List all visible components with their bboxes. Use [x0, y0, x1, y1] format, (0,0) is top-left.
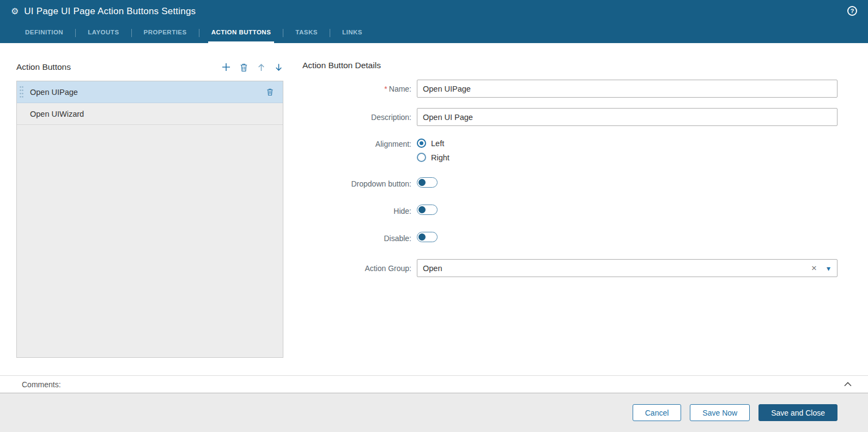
- hide-toggle[interactable]: [417, 205, 438, 215]
- tab-separator: [131, 29, 132, 37]
- save-now-button[interactable]: Save Now: [690, 404, 750, 421]
- alignment-right-label: Right: [431, 153, 450, 162]
- dropdown-button-label: Dropdown button:: [302, 178, 411, 189]
- action-group-row: Action Group: Open × ▾: [302, 259, 837, 277]
- tab-bar: DEFINITION LAYOUTS PROPERTIES ACTION BUT…: [0, 23, 868, 43]
- name-label-text: Name:: [389, 85, 411, 93]
- save-and-close-button[interactable]: Save and Close: [758, 404, 837, 421]
- action-group-select[interactable]: Open × ▾: [417, 259, 837, 277]
- action-buttons-list: Open UIPage Open UIWizard: [16, 81, 283, 358]
- description-row: Description:: [302, 108, 837, 126]
- action-buttons-panel: Action Buttons: [16, 61, 283, 375]
- page-title: UI Page UI Page Action Buttons Settings: [24, 6, 196, 17]
- action-buttons-panel-header: Action Buttons: [16, 61, 283, 74]
- alignment-left-label: Left: [431, 139, 444, 148]
- help-icon[interactable]: ?: [847, 6, 857, 16]
- dropdown-button-row: Dropdown button:: [302, 177, 837, 190]
- alignment-right-radio[interactable]: Right: [417, 153, 837, 162]
- alignment-row: Alignment: Left Right: [302, 139, 837, 162]
- disable-label: Disable:: [302, 233, 411, 244]
- radio-selected-icon: [417, 139, 426, 148]
- name-label: *Name:: [302, 83, 411, 94]
- chevron-up-icon[interactable]: [844, 382, 852, 387]
- action-button-details-panel: Action Button Details *Name: Description…: [302, 61, 837, 375]
- radio-unselected-icon: [417, 153, 426, 162]
- alignment-control: Left Right: [417, 139, 837, 162]
- tab-definition[interactable]: DEFINITION: [22, 23, 66, 43]
- tab-links[interactable]: LINKS: [339, 23, 366, 43]
- list-toolbar: [221, 62, 283, 72]
- dropdown-button-control: [417, 177, 837, 190]
- tab-separator: [199, 29, 199, 37]
- action-group-value: Open: [423, 264, 811, 273]
- comments-bar: Comments:: [0, 375, 868, 393]
- delete-button[interactable]: [239, 63, 248, 72]
- dropdown-button-toggle[interactable]: [417, 177, 438, 188]
- disable-row: Disable:: [302, 232, 837, 244]
- trash-icon[interactable]: [266, 88, 274, 96]
- hide-row: Hide:: [302, 205, 837, 217]
- cancel-button[interactable]: Cancel: [633, 404, 682, 421]
- list-item-label: Open UIWizard: [25, 110, 277, 118]
- description-input[interactable]: [417, 108, 837, 126]
- name-control: [417, 80, 837, 98]
- tab-tasks[interactable]: TASKS: [292, 23, 321, 43]
- action-group-label: Action Group:: [302, 263, 411, 274]
- move-up-button[interactable]: [257, 63, 266, 72]
- comments-label: Comments:: [22, 380, 844, 389]
- footer: Cancel Save Now Save and Close: [0, 393, 868, 432]
- add-button[interactable]: [221, 62, 231, 72]
- hide-label: Hide:: [302, 206, 411, 217]
- toggle-knob: [418, 206, 426, 213]
- alignment-left-radio[interactable]: Left: [417, 139, 837, 148]
- required-indicator: *: [384, 85, 387, 93]
- disable-toggle[interactable]: [417, 232, 438, 242]
- name-row: *Name:: [302, 80, 837, 98]
- description-control: [417, 108, 837, 126]
- action-group-control: Open × ▾: [417, 259, 837, 277]
- hide-control: [417, 205, 837, 217]
- disable-control: [417, 232, 837, 244]
- description-label: Description:: [302, 112, 411, 123]
- tab-separator: [75, 29, 76, 37]
- titlebar: ⚙ UI Page UI Page Action Buttons Setting…: [0, 0, 868, 23]
- details-title: Action Button Details: [302, 61, 837, 70]
- tab-layouts[interactable]: LAYOUTS: [84, 23, 122, 43]
- chevron-down-icon[interactable]: ▾: [827, 265, 830, 272]
- drag-handle-icon[interactable]: [19, 85, 25, 99]
- name-input[interactable]: [417, 80, 837, 98]
- main-content: Action Buttons: [0, 43, 868, 375]
- list-item-open-uipage[interactable]: Open UIPage: [17, 81, 283, 103]
- settings-window: ⚙ UI Page UI Page Action Buttons Setting…: [0, 0, 868, 432]
- toggle-knob: [418, 233, 426, 241]
- list-item-label: Open UIPage: [25, 88, 266, 97]
- tab-action-buttons[interactable]: ACTION BUTTONS: [208, 23, 275, 43]
- clear-icon[interactable]: ×: [811, 263, 817, 273]
- alignment-label: Alignment:: [302, 139, 411, 149]
- list-item-open-uiwizard[interactable]: Open UIWizard: [17, 103, 283, 125]
- tab-properties[interactable]: PROPERTIES: [141, 23, 190, 43]
- move-down-button[interactable]: [274, 63, 283, 72]
- toggle-knob: [418, 179, 426, 186]
- gear-icon: ⚙: [11, 7, 19, 16]
- tab-separator: [283, 29, 283, 37]
- action-buttons-title: Action Buttons: [16, 62, 71, 72]
- tab-separator: [330, 29, 330, 37]
